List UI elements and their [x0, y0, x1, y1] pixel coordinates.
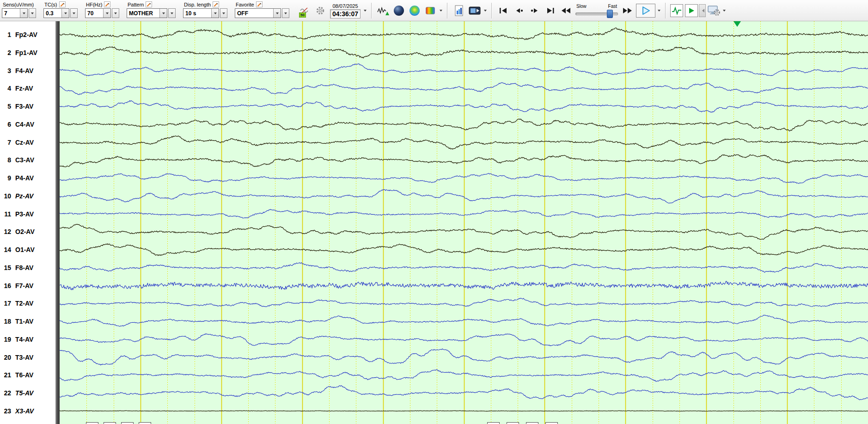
- tc-combobox[interactable]: 0.3: [43, 8, 69, 18]
- combo-arrow-icon: [103, 9, 110, 18]
- channel-label: T2-AV: [15, 300, 33, 307]
- datetime-dropdown-arrow[interactable]: [362, 3, 368, 18]
- head-map-color-icon[interactable]: [407, 2, 422, 19]
- play-button[interactable]: [636, 4, 655, 18]
- event-marker-box[interactable]: [139, 422, 151, 424]
- hf-edit-icon[interactable]: [104, 1, 110, 7]
- pattern-extra-dropdown[interactable]: [168, 8, 176, 18]
- play-dropdown-arrow[interactable]: [656, 3, 662, 18]
- favorite-extra-dropdown[interactable]: [282, 8, 289, 18]
- settings-gear-icon[interactable]: [312, 2, 328, 19]
- channel-number: 9: [0, 174, 11, 182]
- channel-label: P4-AV: [15, 174, 34, 182]
- collapse-button[interactable]: [699, 4, 706, 17]
- slow-label: Slow: [576, 4, 587, 9]
- channel-row-F4-AV[interactable]: 3F4-AV: [0, 67, 55, 75]
- media-player-icon[interactable]: [467, 2, 483, 19]
- media-dropdown-arrow[interactable]: [483, 3, 488, 18]
- channel-row-Cz-AV[interactable]: 7Cz-AV: [0, 138, 55, 147]
- channel-row-T4-AV[interactable]: 19T4-AV: [0, 335, 55, 344]
- speed-slider[interactable]: Slow Fast: [575, 4, 618, 18]
- sens-extra-dropdown[interactable]: [29, 8, 36, 18]
- brain-logo-dropdown-arrow[interactable]: [438, 3, 444, 18]
- channel-scroll-strip[interactable]: [55, 21, 60, 424]
- channel-row-Fp2-AV[interactable]: 1Fp2-AV: [0, 31, 55, 39]
- tc-edit-icon[interactable]: [59, 1, 66, 7]
- channel-row-Fp1-AV[interactable]: 2Fp1-AV: [0, 49, 55, 57]
- brain-logo-icon[interactable]: [422, 2, 438, 19]
- event-marker-box[interactable]: [526, 422, 538, 424]
- green-play-icon[interactable]: [685, 4, 698, 17]
- favorite-combobox[interactable]: OFF: [235, 8, 281, 18]
- favorite-edit-icon[interactable]: [256, 1, 263, 7]
- report-icon[interactable]: [451, 2, 467, 19]
- monitor-dropdown-arrow[interactable]: [721, 3, 727, 18]
- channel-row-T2-AV[interactable]: 17T2-AV: [0, 299, 55, 307]
- fast-forward-button[interactable]: [619, 2, 635, 19]
- eeg-trace-canvas[interactable]: [60, 21, 868, 424]
- eeg-display-area: 1Fp2-AV2Fp1-AV3F4-AV4Fz-AV5F3-AV6C4-AV7C…: [0, 21, 868, 424]
- displen-combobox[interactable]: 10 s: [183, 8, 219, 18]
- channel-number: 16: [0, 282, 11, 289]
- displen-value: 10 s: [183, 9, 211, 18]
- channel-number: 6: [0, 121, 11, 128]
- channel-label: T4-AV: [15, 336, 33, 343]
- channel-row-T5-AV[interactable]: 22T5-AV: [0, 389, 55, 397]
- channel-row-F3-AV[interactable]: 5F3-AV: [0, 102, 55, 111]
- channel-row-X3-AV[interactable]: 23X3-AV: [0, 407, 55, 415]
- combo-arrow-icon: [61, 9, 69, 18]
- hf-extra-dropdown[interactable]: [112, 8, 119, 18]
- time-display: 04:36:07: [330, 9, 361, 18]
- brain-logo-chip: [426, 7, 435, 14]
- position-marker[interactable]: [734, 21, 741, 27]
- channel-row-C3-AV[interactable]: 8C3-AV: [0, 156, 55, 164]
- toolbar-separator: [447, 3, 448, 18]
- event-marker-box[interactable]: [545, 422, 558, 424]
- channel-row-C4-AV[interactable]: 6C4-AV: [0, 120, 55, 129]
- speed-slider-labels: Slow Fast: [575, 4, 618, 9]
- channel-row-O2-AV[interactable]: 12O2-AV: [0, 227, 55, 236]
- sens-combobox[interactable]: 7: [2, 8, 28, 18]
- last-page-button[interactable]: [543, 2, 558, 19]
- event-marker-box[interactable]: [487, 422, 500, 424]
- control-hf: HF(Hz)70: [85, 1, 119, 18]
- event-marker-box[interactable]: [104, 422, 116, 424]
- event-marker-box[interactable]: [507, 422, 519, 424]
- channel-row-T6-AV[interactable]: 21T6-AV: [0, 371, 55, 379]
- speed-slider-thumb[interactable]: [607, 10, 613, 18]
- rewind-button[interactable]: [558, 2, 574, 19]
- sens-label: Sens(uV/mm): [3, 2, 34, 7]
- pattern-edit-icon[interactable]: [146, 1, 152, 7]
- channel-row-T3-AV[interactable]: 20T3-AV: [0, 353, 55, 362]
- tc-extra-dropdown[interactable]: [70, 8, 78, 18]
- step-back-button[interactable]: [511, 2, 527, 19]
- step-forward-button[interactable]: [527, 2, 543, 19]
- channel-row-Pz-AV[interactable]: 10Pz-AV: [0, 192, 55, 200]
- hf-combobox[interactable]: 70: [85, 8, 111, 18]
- notch-filter-icon[interactable]: 50: [297, 2, 312, 19]
- pattern-combobox[interactable]: MOTHER: [127, 8, 167, 18]
- waveform-arrow-icon[interactable]: [375, 2, 391, 19]
- toolbar-separator: [371, 3, 372, 18]
- channel-label: Fz-AV: [15, 85, 33, 92]
- head-map-dark-sphere: [394, 6, 404, 16]
- monitor-settings-icon[interactable]: [706, 2, 721, 19]
- first-page-button[interactable]: [495, 2, 511, 19]
- channel-row-T1-AV[interactable]: 18T1-AV: [0, 317, 55, 326]
- channel-row-Fz-AV[interactable]: 4Fz-AV: [0, 84, 55, 92]
- hf-label: HF(Hz): [86, 2, 102, 7]
- channel-row-O1-AV[interactable]: 14O1-AV: [0, 246, 55, 254]
- control-tc: TC(s)0.3: [43, 1, 78, 18]
- displen-edit-icon[interactable]: [213, 1, 219, 7]
- event-marker-box[interactable]: [86, 422, 98, 424]
- head-map-dark-icon[interactable]: [391, 2, 407, 19]
- channel-number: 2: [0, 49, 11, 56]
- channel-row-P4-AV[interactable]: 9P4-AV: [0, 174, 55, 182]
- channel-row-F8-AV[interactable]: 15F8-AV: [0, 264, 55, 272]
- channel-number: 21: [0, 371, 11, 379]
- event-marker-box[interactable]: [121, 422, 134, 424]
- channel-row-P3-AV[interactable]: 11P3-AV: [0, 210, 55, 218]
- wave-review-icon[interactable]: [670, 4, 683, 17]
- channel-row-F7-AV[interactable]: 16F7-AV: [0, 282, 55, 290]
- displen-extra-dropdown[interactable]: [220, 8, 227, 18]
